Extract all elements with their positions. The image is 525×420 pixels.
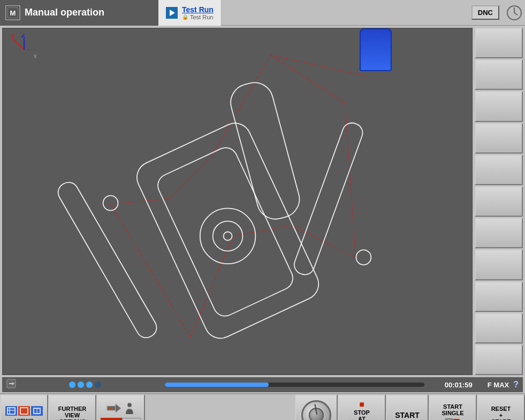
progress-dots xyxy=(20,381,150,388)
right-btn-6[interactable] xyxy=(475,186,523,217)
right-btn-2[interactable] xyxy=(475,59,523,90)
dnc-button[interactable]: DNC xyxy=(471,5,499,20)
right-btn-1[interactable] xyxy=(475,28,523,58)
right-btn-10[interactable] xyxy=(475,313,523,343)
right-btn-4[interactable] xyxy=(475,123,523,154)
svg-text:M: M xyxy=(10,9,16,17)
svg-line-20 xyxy=(270,55,345,103)
status-time: 00:01:59 xyxy=(445,381,473,389)
right-btn-7[interactable] xyxy=(475,218,523,248)
svg-rect-43 xyxy=(109,407,112,409)
view-icon-3 xyxy=(31,406,43,416)
dot-3 xyxy=(86,381,93,388)
dial xyxy=(301,400,331,420)
svg-rect-25 xyxy=(154,144,296,320)
svg-rect-35 xyxy=(7,408,15,414)
right-btn-8[interactable] xyxy=(475,249,523,280)
right-btn-11[interactable] xyxy=(475,345,523,375)
toggle-off-button[interactable]: OFF xyxy=(101,418,122,420)
header: M Manual operation Test Run 🔒 Test Run D… xyxy=(0,0,525,26)
header-left: M Manual operation xyxy=(0,0,158,26)
dial-button[interactable] xyxy=(295,394,338,420)
svg-line-5 xyxy=(514,13,518,15)
person-icon-area xyxy=(124,402,135,414)
status-left-icon xyxy=(6,379,16,391)
start-single-button[interactable]: START SINGLE xyxy=(429,394,477,420)
right-btn-9[interactable] xyxy=(475,281,523,312)
toggle-button[interactable]: OFF ON xyxy=(96,394,145,420)
help-icon[interactable]: ? xyxy=(513,380,519,390)
svg-line-19 xyxy=(345,103,356,257)
svg-line-14 xyxy=(111,199,169,204)
progress-fill xyxy=(165,383,269,387)
right-panel xyxy=(473,26,525,377)
svg-rect-38 xyxy=(20,408,28,414)
views-label: VIEWS xyxy=(14,418,33,420)
stop-label: STOP AT xyxy=(354,409,370,420)
svg-point-27 xyxy=(213,221,243,251)
tab-content: Test Run 🔒 Test Run xyxy=(182,5,214,20)
svg-point-28 xyxy=(224,232,232,240)
stop-red-icon: ■ xyxy=(359,400,364,409)
viewport: Y Z x xyxy=(2,28,473,375)
arrow-icon xyxy=(106,402,122,415)
reset-start-button[interactable]: RESET + START xyxy=(477,394,525,420)
arrow-toggle-area xyxy=(106,402,135,415)
status-bar: 00:01:59 F MAX ? xyxy=(2,377,523,392)
views-button[interactable]: VIEWS xyxy=(0,394,48,420)
svg-rect-29 xyxy=(292,120,366,278)
svg-rect-24 xyxy=(132,118,324,343)
start-single-label: START SINGLE xyxy=(442,403,464,416)
view-icon-2 xyxy=(18,406,30,416)
svg-line-21 xyxy=(270,55,366,77)
page-title: Manual operation xyxy=(25,7,104,18)
toggle-group: OFF ON xyxy=(101,418,141,420)
stop-at-button[interactable]: ■ STOP AT xyxy=(338,394,386,420)
stop-icon-area: ■ xyxy=(359,400,364,409)
progress-track xyxy=(165,383,424,387)
further-view-button[interactable]: FURTHER VIEW OPTIONS xyxy=(48,394,96,420)
toolbar-spacer xyxy=(145,394,295,420)
svg-point-30 xyxy=(356,250,371,265)
clock-icon xyxy=(506,4,523,21)
svg-rect-31 xyxy=(226,79,303,224)
start-button[interactable]: START xyxy=(386,394,429,420)
svg-marker-2 xyxy=(170,10,175,16)
svg-marker-42 xyxy=(116,404,121,413)
lock-icon: 🔒 xyxy=(182,14,188,20)
dot-4 xyxy=(95,381,101,388)
tab-name: Test Run xyxy=(182,5,214,14)
further-view-label: FURTHER VIEW OPTIONS xyxy=(58,406,87,420)
right-btn-3[interactable] xyxy=(475,91,523,121)
bottom-toolbar: VIEWS FURTHER VIEW OPTIONS OFF ON xyxy=(0,393,525,420)
app-icon: M xyxy=(5,5,20,20)
person-icon xyxy=(124,402,135,414)
program-tab[interactable]: Test Run 🔒 Test Run xyxy=(158,0,222,26)
viewport-svg xyxy=(3,28,472,375)
views-icons xyxy=(5,406,43,416)
dot-2 xyxy=(78,381,84,388)
toggle-on-button[interactable]: ON xyxy=(122,418,141,420)
svg-point-26 xyxy=(200,208,256,264)
main-area: Y Z x xyxy=(0,26,525,377)
start-label: START xyxy=(395,411,420,419)
svg-point-23 xyxy=(103,196,118,211)
view-icon-1 xyxy=(5,406,17,416)
dot-1 xyxy=(69,381,75,388)
tab-arrow-icon xyxy=(166,7,178,19)
progress-bar-area xyxy=(165,383,424,387)
right-btn-5[interactable] xyxy=(475,155,523,185)
svg-line-12 xyxy=(212,55,270,156)
status-feed: F MAX xyxy=(488,381,509,389)
reset-label: RESET + START xyxy=(491,406,511,420)
clock-area xyxy=(504,2,525,24)
tab-sub: 🔒 Test Run xyxy=(182,14,214,20)
svg-point-44 xyxy=(127,403,132,407)
